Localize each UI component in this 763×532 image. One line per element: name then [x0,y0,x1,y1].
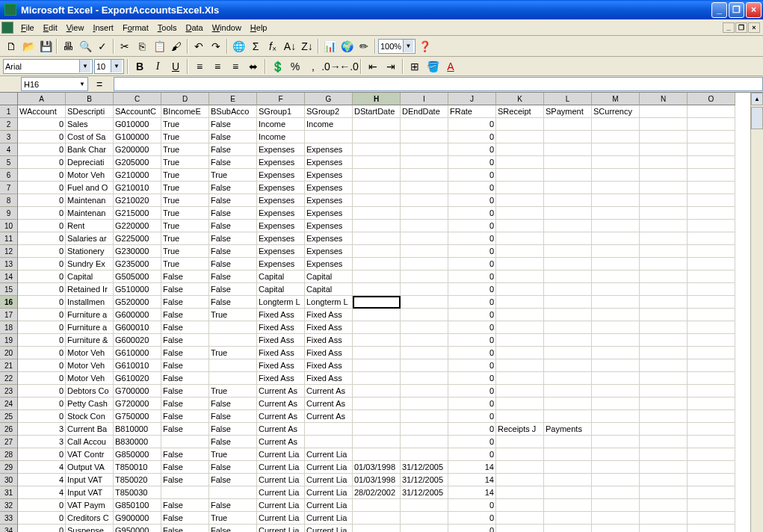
cell[interactable] [544,385,592,398]
row-header-22[interactable]: 22 [0,372,18,385]
cell[interactable] [640,334,688,347]
col-header-N[interactable]: N [640,93,688,105]
cell[interactable] [592,220,640,232]
cell[interactable]: SDescripti [66,105,114,118]
copy-icon[interactable]: ⎘ [134,38,150,55]
cell[interactable]: True [209,309,257,321]
cell[interactable]: True [161,118,209,131]
cell[interactable]: True [161,169,209,182]
cell[interactable]: BIncomeE [161,105,209,118]
cell[interactable] [592,398,640,410]
cell[interactable]: False [209,283,257,296]
paste-icon[interactable]: 📋 [151,38,167,55]
open-icon[interactable]: 📂 [20,38,37,55]
cell[interactable]: 0 [18,207,66,220]
cell[interactable] [496,461,544,474]
cell[interactable] [544,270,592,283]
cell[interactable]: False [209,461,257,474]
cell[interactable] [688,182,735,194]
row-header-15[interactable]: 15 [0,283,18,296]
cell[interactable] [544,220,592,232]
cell[interactable] [640,372,688,385]
cell[interactable] [353,245,401,258]
cell[interactable] [592,194,640,207]
cell[interactable]: 0 [18,156,66,169]
cell[interactable]: T850010 [114,461,161,474]
cell[interactable]: G210010 [114,182,161,194]
cell[interactable] [640,156,688,169]
font-combo[interactable]: Arial▼ [3,59,93,74]
col-header-O[interactable]: O [688,93,735,105]
cell[interactable]: False [209,194,257,207]
cell[interactable] [592,423,640,436]
cell[interactable] [544,461,592,474]
cell[interactable] [496,436,544,448]
cell[interactable] [592,334,640,347]
cell[interactable] [688,169,735,182]
cell[interactable]: G235000 [114,258,161,270]
cell[interactable] [592,385,640,398]
cell[interactable] [640,207,688,220]
cell[interactable] [496,334,544,347]
row-header-31[interactable]: 31 [0,486,18,499]
cell[interactable] [640,232,688,245]
cell[interactable]: 0 [448,372,496,385]
cut-icon[interactable]: ✂ [117,38,133,55]
cell[interactable]: Expenses [257,143,305,156]
row-header-28[interactable]: 28 [0,448,18,461]
cell[interactable] [592,359,640,372]
cell[interactable]: False [209,499,257,512]
cell[interactable] [640,182,688,194]
cell[interactable] [401,194,448,207]
cell[interactable] [496,372,544,385]
cell[interactable]: False [161,474,209,486]
cell[interactable] [592,169,640,182]
col-header-F[interactable]: F [257,93,305,105]
cell[interactable]: Debtors Co [66,385,114,398]
row-header-30[interactable]: 30 [0,474,18,486]
cell[interactable] [353,410,401,423]
cell[interactable]: True [161,182,209,194]
cell[interactable] [544,436,592,448]
cell[interactable]: G700000 [114,385,161,398]
inc-indent-icon[interactable]: ⇥ [383,58,399,75]
cell[interactable] [496,499,544,512]
hyperlink-icon[interactable]: 🌐 [230,38,247,55]
cell[interactable] [544,182,592,194]
cell[interactable] [640,258,688,270]
currency-icon[interactable]: 💲 [269,58,285,75]
undo-icon[interactable]: ↶ [191,38,207,55]
cell[interactable]: Cost of Sa [66,131,114,143]
cell[interactable] [688,207,735,220]
cell[interactable] [640,347,688,359]
cell[interactable]: Maintenan [66,194,114,207]
cell[interactable]: False [161,296,209,309]
cell[interactable] [401,220,448,232]
cell[interactable] [496,410,544,423]
cell[interactable]: 0 [448,398,496,410]
bold-button[interactable]: B [132,58,148,75]
cell[interactable] [353,309,401,321]
fontsize-combo[interactable]: 10▼ [94,59,124,74]
cell[interactable]: DEndDate [401,105,448,118]
cell[interactable]: Output VA [66,461,114,474]
row-header-29[interactable]: 29 [0,461,18,474]
menu-view[interactable]: View [62,22,89,34]
borders-icon[interactable]: ⊞ [407,58,423,75]
cell[interactable] [640,105,688,118]
cell[interactable]: 3 [18,423,66,436]
cell[interactable] [353,232,401,245]
cell[interactable]: 0 [448,410,496,423]
maximize-button[interactable]: ❐ [729,2,744,18]
col-header-H[interactable]: H [353,93,401,105]
cell[interactable] [401,423,448,436]
cell[interactable]: Fixed Ass [257,309,305,321]
cell[interactable]: Petty Cash [66,398,114,410]
cell[interactable]: G850000 [114,448,161,461]
cell[interactable] [544,232,592,245]
row-header-1[interactable]: 1 [0,105,18,118]
row-header-34[interactable]: 34 [0,525,18,532]
cell[interactable]: Expenses [305,245,353,258]
cell[interactable] [592,436,640,448]
cell[interactable]: 0 [18,334,66,347]
